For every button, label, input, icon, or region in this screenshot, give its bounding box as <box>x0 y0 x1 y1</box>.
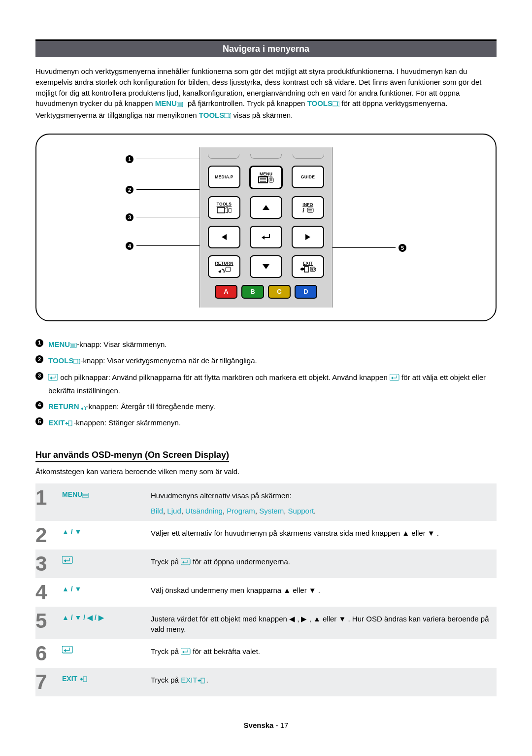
button-d: D <box>295 285 317 299</box>
menu-icon <box>82 491 89 499</box>
legend-item-5: 5 EXIT-knappen: Stänger skärmmenyn. <box>35 416 497 430</box>
tools-label: TOOLS <box>199 111 224 119</box>
remote-illustration: 1 2 3 4 MEDIA.P MENU GUIDE TOOLS <box>35 134 497 321</box>
right-button <box>292 226 324 248</box>
svg-marker-54 <box>80 678 83 681</box>
button-c: C <box>268 285 291 299</box>
step-3: 3 Tryck på för att öppna undermenyerna. <box>35 550 497 578</box>
menu-button: MENU <box>249 166 283 189</box>
tools-label: TOOLS <box>307 99 332 107</box>
return-button: RETURN <box>208 255 240 278</box>
menu-icon <box>177 99 186 110</box>
svg-marker-21 <box>222 234 227 240</box>
callout-4: 4 <box>126 242 133 250</box>
svg-marker-39 <box>391 377 393 379</box>
svg-rect-4 <box>332 102 337 106</box>
step-7: 7 EXIT Tryck på EXIT. <box>35 668 497 696</box>
return-icon <box>79 401 86 414</box>
left-button <box>208 226 240 248</box>
svg-text:EX: EX <box>311 268 316 271</box>
step-4: 4 ▲ / ▼ Välj önskad undermeny men knappa… <box>35 578 497 607</box>
intro-text: på fjärrkontrollen. Tryck på knappen <box>188 99 307 107</box>
step-6: 6 Tryck på för att bekräfta valet. <box>35 639 497 668</box>
svg-rect-14 <box>217 207 225 213</box>
svg-rect-46 <box>62 556 72 563</box>
page-footer: Svenska - 17 <box>35 721 497 729</box>
svg-rect-18 <box>307 208 313 212</box>
menu-label: MENU <box>155 99 177 107</box>
info-button: INFO i <box>292 196 324 219</box>
svg-marker-53 <box>182 651 184 653</box>
intro-paragraph: Huvudmenyn och verktygsmenyerna innehåll… <box>35 66 497 122</box>
tools-icon <box>332 99 339 110</box>
svg-rect-35 <box>73 359 78 363</box>
svg-rect-57 <box>201 678 204 683</box>
legend-list: 1 MENU-knapp: Visar skärmmenyn. 2 TOOLS-… <box>35 338 497 430</box>
remote-body: MEDIA.P MENU GUIDE TOOLS INFO i <box>200 147 332 308</box>
svg-marker-27 <box>300 267 304 271</box>
legend-item-1: 1 MENU-knapp: Visar skärmmenyn. <box>35 338 497 352</box>
tools-button: TOOLS <box>208 196 240 219</box>
callout-5: 5 <box>399 244 406 252</box>
svg-rect-5 <box>224 113 229 118</box>
svg-rect-38 <box>390 374 399 380</box>
legend-item-2: 2 TOOLS-knapp: Visar verktygsmenyerna nä… <box>35 354 497 368</box>
exit-icon <box>79 676 88 684</box>
step-1: 1 MENU Huvudmenyns alternativ visas på s… <box>35 483 497 521</box>
svg-rect-50 <box>62 646 72 653</box>
callout-2: 2 <box>126 186 133 194</box>
svg-rect-15 <box>229 208 232 212</box>
up-button <box>250 196 282 219</box>
callout-3: 3 <box>126 213 133 221</box>
enter-icon <box>181 557 191 568</box>
svg-marker-26 <box>263 264 269 269</box>
enter-icon <box>62 646 73 655</box>
menu-icon <box>70 339 77 352</box>
svg-rect-28 <box>304 267 308 272</box>
button-a: A <box>215 285 237 299</box>
svg-rect-52 <box>181 648 190 654</box>
svg-marker-51 <box>64 649 66 652</box>
svg-rect-48 <box>181 558 190 565</box>
enter-icon <box>390 372 399 385</box>
menu-icon <box>258 176 274 183</box>
down-button <box>250 255 282 278</box>
enter-button <box>250 226 282 248</box>
exit-button: EXIT EX <box>292 255 324 278</box>
svg-marker-24 <box>218 270 221 273</box>
steps-table: 1 MENU Huvudmenyns alternativ visas på s… <box>35 483 497 696</box>
intro-text: visas på skärmen. <box>233 111 293 119</box>
menu-items: Bild, Ljud, Utsändning, Program, System,… <box>151 506 495 516</box>
svg-rect-55 <box>83 677 87 682</box>
svg-marker-22 <box>262 236 265 240</box>
legend-item-4: 4 RETURN-knappen: Återgår till föregåend… <box>35 400 497 414</box>
osd-description: Åtkomststegen kan variera beroende vilke… <box>35 467 497 476</box>
tools-icon <box>73 355 80 368</box>
exit-icon <box>197 676 206 686</box>
svg-marker-47 <box>64 559 66 562</box>
callout-1: 1 <box>126 155 133 163</box>
tools-icon <box>224 111 231 122</box>
enter-icon <box>48 372 58 385</box>
enter-icon <box>181 647 191 657</box>
tools-icon <box>217 206 232 213</box>
svg-marker-49 <box>182 561 184 564</box>
svg-text:i: i <box>302 207 304 213</box>
svg-marker-56 <box>198 679 201 682</box>
osd-heading: Hur används OSD-menyn (On Screen Display… <box>35 450 229 462</box>
step-2: 2 ▲ / ▼ Väljer ett alternativ för huvudm… <box>35 521 497 550</box>
svg-marker-16 <box>263 205 269 210</box>
enter-icon <box>62 556 73 565</box>
svg-marker-23 <box>305 234 310 240</box>
button-b: B <box>241 285 264 299</box>
guide-button: GUIDE <box>292 166 324 188</box>
legend-item-3: 3 och pilknappar: Använd pilknapparna fö… <box>35 371 497 397</box>
mediap-button: MEDIA.P <box>208 166 240 188</box>
svg-marker-37 <box>50 377 52 379</box>
svg-rect-25 <box>226 267 231 272</box>
svg-marker-41 <box>65 422 68 425</box>
svg-rect-42 <box>68 421 72 426</box>
step-5: 5 ▲ / ▼ / ◀ / ▶ Justera värdet för ett o… <box>35 607 497 639</box>
section-title: Navigera i menyerna <box>35 39 497 57</box>
exit-icon <box>65 417 73 430</box>
